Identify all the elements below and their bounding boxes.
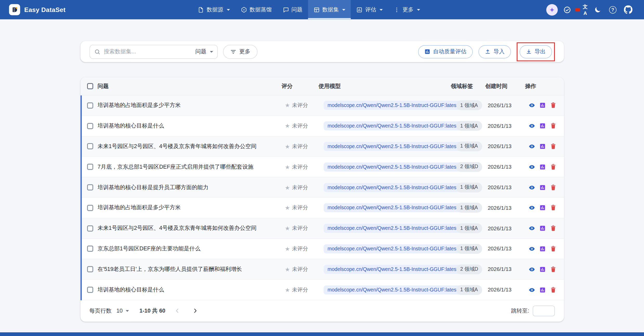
domain-tag-badge: 1 领域A [456,182,482,192]
row-checkbox[interactable] [87,205,93,211]
view-button[interactable] [528,122,536,131]
table-row: 培训基地的核心目标是提升员工哪方面的能力 ★未评分 modelscope.cn/… [80,177,564,198]
table-row: 未来1号园区与2号园区、4号楼及京东青年城将如何改善办公空间 ★未评分 mode… [80,218,564,239]
row-checkbox[interactable] [87,102,93,109]
rating-label: 未评分 [292,102,308,109]
delete-button[interactable] [549,224,557,233]
delete-button[interactable] [549,183,557,192]
chart-button[interactable] [538,285,547,294]
table-row: 培训基地的核心目标是什么 ★未评分 modelscope.cn/Qwen/Qwe… [80,280,564,300]
search-icon [94,48,100,55]
rating-cell: ★未评分 [281,245,318,252]
view-button[interactable] [528,224,536,233]
chart-button[interactable] [538,142,547,151]
brand[interactable]: Easy DataSet [9,4,65,15]
rating-cell: ★未评分 [281,225,318,232]
import-button[interactable]: 导入 [478,45,511,58]
model-cell: modelscope.cn/Qwen/Qwen2.5-1.5B-Instruct… [319,122,451,131]
ai-provider-icon[interactable]: ✦ [545,3,559,17]
chart-button[interactable] [538,162,547,172]
github-icon[interactable] [621,3,635,17]
rating-cell: ★未评分 [281,122,318,130]
delete-button[interactable] [549,203,557,212]
toolbar-right-actions: 自动质量评估 导入 导出 [418,42,555,61]
more-filters-button[interactable]: 更多 [223,45,257,59]
export-button[interactable]: 导出 [519,45,552,58]
model-badge: modelscope.cn/Qwen/Qwen2.5-1.5B-Instruct… [324,244,462,253]
view-button[interactable] [528,162,536,172]
star-icon: ★ [285,144,290,149]
row-checkbox[interactable] [87,164,93,170]
delete-button[interactable] [549,244,557,253]
view-button[interactable] [528,203,536,212]
column-header-created: 创建时间 [485,83,525,90]
question-cell: 京东总部1号园区DEF座的主要功能是什么 [97,245,281,252]
nav-item-questions[interactable]: 问题 [277,0,308,19]
delete-button[interactable] [549,122,557,131]
model-cell: modelscope.cn/Qwen/Qwen2.5-1.5B-Instruct… [319,285,451,294]
chart-button[interactable] [538,183,547,192]
nav-item-datasource[interactable]: 数据源 [192,0,235,19]
delete-button[interactable] [549,162,557,172]
chart-button[interactable] [538,244,547,253]
delete-button[interactable] [549,285,557,294]
rating-cell: ★未评分 [281,143,318,150]
table-row: 培训基地的核心目标是什么 ★未评分 modelscope.cn/Qwen/Qwe… [80,116,564,136]
previous-page-button[interactable] [171,305,183,317]
nav-item-evaluate[interactable]: 评估 [351,0,388,19]
view-button[interactable] [528,142,536,151]
domain-tag-badge: 1 领域A [456,203,482,213]
select-all-checkbox[interactable] [87,83,93,89]
tag-cell: 1 领域A [451,182,485,192]
search-input[interactable] [104,48,188,55]
chart-button[interactable] [538,265,547,274]
table-row: 培训基地的占地面积是多少平方米 ★未评分 modelscope.cn/Qwen/… [80,96,564,116]
model-badge: modelscope.cn/Qwen/Qwen2.5-1.5B-Instruct… [324,142,462,151]
nav-item-distill[interactable]: 数据蒸馏 [235,0,277,19]
toolbar-card: 问题 更多 自动质量评估 导入 [80,41,564,62]
column-header-model: 使用模型 [319,83,451,90]
nav-item-more[interactable]: 更多 [388,0,425,19]
nav-item-datasets[interactable]: 数据集 [308,0,351,19]
next-page-button[interactable] [189,305,201,317]
view-button[interactable] [528,244,536,253]
nav-label: 数据源 [207,6,223,13]
chart-button[interactable] [538,122,547,131]
delete-button[interactable] [549,265,557,274]
check-circle-icon[interactable] [560,3,574,17]
help-icon[interactable]: ? [606,3,620,17]
model-cell: modelscope.cn/Qwen/Qwen2.5-1.5B-Instruct… [319,101,451,110]
translate-icon[interactable]: 文A [575,3,589,17]
star-icon: ★ [285,287,290,293]
actions-cell [525,183,557,192]
auto-quality-eval-button[interactable]: 自动质量评估 [418,45,472,58]
row-checkbox[interactable] [87,184,93,191]
rows-per-page-select[interactable]: 10 [116,308,129,314]
view-button[interactable] [528,101,536,110]
row-checkbox[interactable] [87,287,93,293]
view-button[interactable] [528,265,536,274]
table-row: 在'519老员工日'上，京东为哪些人员提供了薪酬和福利增长 ★未评分 model… [80,259,564,280]
row-checkbox[interactable] [87,246,93,252]
search-type-select[interactable]: 问题 [191,48,213,55]
view-button[interactable] [528,285,536,294]
actions-cell [525,224,557,233]
row-checkbox[interactable] [87,266,93,272]
delete-button[interactable] [549,101,557,110]
row-checkbox[interactable] [87,225,93,232]
dark-mode-moon-icon[interactable] [591,3,605,17]
actions-cell [525,142,557,151]
delete-button[interactable] [549,142,557,151]
row-checkbox[interactable] [87,143,93,150]
chart-button[interactable] [538,101,547,110]
model-cell: modelscope.cn/Qwen/Qwen2.5-1.5B-Instruct… [319,244,451,253]
jump-input[interactable] [533,306,555,316]
rating-label: 未评分 [292,143,308,150]
rows-per-page-label: 每页行数 [89,307,111,314]
row-checkbox[interactable] [87,123,93,129]
chart-button[interactable] [538,203,547,212]
chart-button[interactable] [538,224,547,233]
table-header-row: 问题 评分 使用模型 领域标签 创建时间 操作 [80,77,564,96]
view-button[interactable] [528,183,536,192]
datasets-table-card: 问题 评分 使用模型 领域标签 创建时间 操作 培训基地的占地面积是多少平方米 … [80,77,564,322]
